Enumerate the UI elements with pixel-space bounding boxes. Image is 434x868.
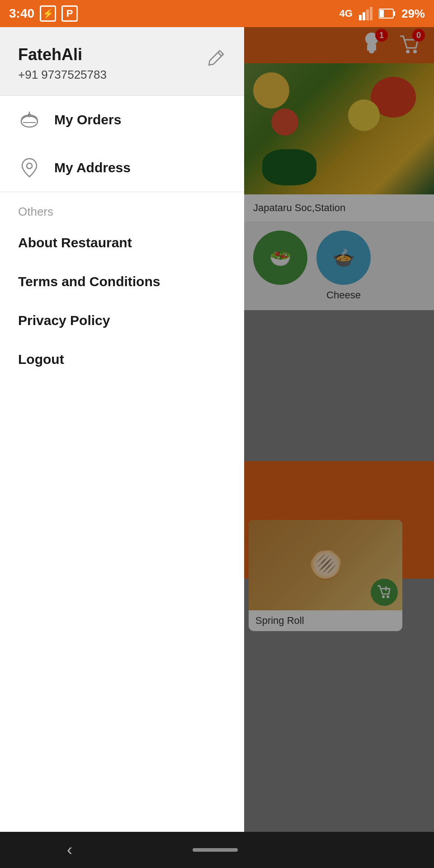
cloche-icon <box>19 109 40 131</box>
svg-line-16 <box>218 52 222 56</box>
menu-section: My Orders My Address Others About Restau… <box>0 96 244 832</box>
drawer-overlay[interactable] <box>244 27 434 832</box>
battery-percentage: 29% <box>401 7 425 21</box>
svg-point-21 <box>27 163 32 169</box>
svg-point-19 <box>28 113 31 117</box>
battery-icon <box>379 8 395 19</box>
parking-icon: P <box>61 5 78 22</box>
others-section-header: Others <box>0 192 244 223</box>
usb-icon: ⚡ <box>40 5 56 22</box>
my-orders-label: My Orders <box>54 112 121 127</box>
status-bar: 3:40 ⚡ P 4G 29% <box>0 0 434 27</box>
pencil-icon <box>206 48 226 68</box>
location-pin-icon <box>19 157 40 179</box>
network-indicator: 4G <box>340 8 353 19</box>
signal-bars-icon <box>359 7 373 20</box>
time-display: 3:40 <box>9 6 34 21</box>
sidebar-drawer: FatehAli +91 9737525783 <box>0 27 244 832</box>
about-restaurant-item[interactable]: About Restaurant <box>0 223 244 262</box>
my-orders-item[interactable]: My Orders <box>0 96 244 144</box>
privacy-policy-item[interactable]: Privacy Policy <box>0 301 244 340</box>
edit-profile-button[interactable] <box>206 48 226 68</box>
svg-rect-6 <box>380 10 384 17</box>
bottom-navigation: ‹ <box>0 832 434 868</box>
logout-item[interactable]: Logout <box>0 340 244 379</box>
svg-rect-0 <box>359 15 362 20</box>
svg-rect-5 <box>393 11 395 16</box>
user-phone: +91 9737525783 <box>18 68 107 82</box>
address-icon <box>18 156 41 179</box>
status-right: 4G 29% <box>340 7 425 21</box>
user-name: FatehAli <box>18 45 107 64</box>
svg-rect-3 <box>370 7 373 20</box>
home-indicator[interactable] <box>193 848 238 852</box>
user-info: FatehAli +91 9737525783 <box>18 45 107 82</box>
svg-rect-1 <box>363 12 365 20</box>
my-address-item[interactable]: My Address <box>0 144 244 192</box>
back-button[interactable]: ‹ <box>53 836 86 864</box>
svg-point-17 <box>21 116 38 127</box>
user-profile-section: FatehAli +91 9737525783 <box>0 27 244 96</box>
terms-conditions-item[interactable]: Terms and Conditions <box>0 262 244 301</box>
status-left: 3:40 ⚡ P <box>9 5 78 22</box>
my-address-label: My Address <box>54 160 131 175</box>
orders-icon <box>18 108 41 131</box>
svg-rect-2 <box>366 9 369 20</box>
